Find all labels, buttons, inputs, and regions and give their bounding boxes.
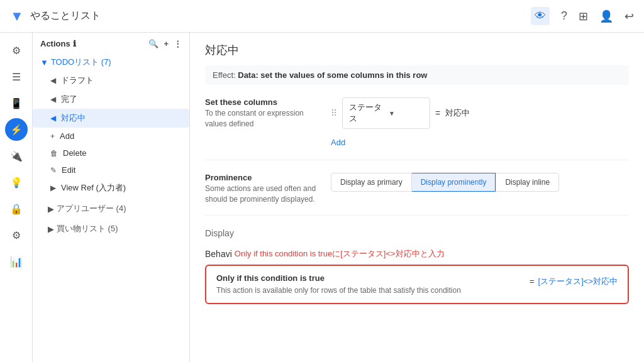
viewref-nav-icon: ▶: [50, 184, 56, 192]
nav-item-done[interactable]: ◀ 完了: [33, 90, 189, 109]
actions-title: Actions: [40, 39, 70, 48]
header-left: ▼ やることリスト: [10, 8, 101, 25]
active-icon: ◀: [50, 114, 56, 123]
undo-icon[interactable]: ↩: [625, 9, 634, 23]
active-label: 対応中: [61, 112, 86, 124]
actions-header-right: 🔍 + ⋮: [148, 39, 182, 48]
nav-item-add[interactable]: + Add: [33, 128, 189, 145]
set-columns-section: Set these columns To the constant or exp…: [205, 97, 629, 160]
behavior-section: BehaviOnly if this condition is trueに[ステ…: [205, 248, 629, 305]
nav-item-draft[interactable]: ◀ ドラフト: [33, 71, 189, 90]
behavior-label: BehaviOnly if this condition is trueに[ステ…: [205, 248, 629, 260]
sidebar-icon-share[interactable]: ⚙: [5, 39, 28, 62]
eq-sign: =: [435, 108, 440, 118]
set-columns-label: Set these columns To the constant or exp…: [205, 97, 318, 129]
chevron-down-icon: ▼: [40, 58, 48, 67]
chevron-right-icon: ▶: [48, 204, 54, 214]
sidebar-icon-mobile[interactable]: 📱: [5, 92, 28, 114]
sidebar-icon-plugin[interactable]: 🔌: [5, 145, 28, 167]
actions-header: Actions ℹ 🔍 + ⋮: [33, 33, 189, 52]
add-nav-icon: +: [50, 132, 55, 141]
app-title: やることリスト: [30, 9, 101, 23]
add-column-button[interactable]: Add: [331, 135, 345, 150]
nav-item-viewref[interactable]: ▶ View Ref (入力者): [33, 178, 189, 197]
prominence-content: Display as primary Display prominently D…: [331, 173, 629, 192]
nav-group-appuser: ▶ アプリユーザー (4): [33, 199, 189, 219]
actions-header-left: Actions ℹ: [40, 39, 76, 48]
column-select-label: ステータス: [349, 102, 384, 124]
prominence-btn-inline[interactable]: Display inline: [496, 173, 559, 192]
column-value: 対応中: [445, 107, 470, 119]
actions-menu-icon[interactable]: ⋮: [174, 39, 182, 48]
drag-handle-icon[interactable]: ⠿: [331, 108, 337, 118]
condition-title: Only if this condition is true: [216, 273, 519, 283]
draft-label: ドラフト: [61, 75, 94, 86]
set-columns-title: Set these columns: [205, 97, 318, 107]
header-right: 👁 ? ⊞ 👤 ↩: [531, 7, 634, 25]
prominence-buttons: Display as primary Display prominently D…: [331, 173, 629, 192]
condition-desc: This action is available only for rows o…: [216, 285, 519, 296]
edit-nav-icon: ✎: [50, 166, 57, 175]
main-layout: ⚙ ☰ 📱 ⚡ 🔌 💡 🔒 ⚙ 📊 Actions ℹ 🔍 + ⋮ ▼ TODO…: [0, 33, 644, 362]
nav-group-shopping: ▶ 買い物リスト (5): [33, 219, 189, 239]
column-select-dropdown[interactable]: ステータス ▼: [342, 97, 430, 129]
condition-left: Only if this condition is true This acti…: [216, 273, 519, 296]
preview-icon[interactable]: 👁: [531, 7, 550, 25]
help-icon[interactable]: ?: [561, 9, 567, 23]
set-columns-desc: To the constant or expression values def…: [205, 108, 318, 129]
todo-group-label: TODOリスト (7): [51, 57, 111, 68]
shopping-group-label: 買い物リスト (5): [57, 223, 118, 234]
draft-icon: ◀: [50, 76, 56, 85]
nav-item-delete[interactable]: 🗑 Delete: [33, 145, 189, 162]
appuser-group-label: アプリユーザー (4): [57, 203, 126, 214]
edit-nav-label: Edit: [62, 165, 75, 175]
actions-info-icon: ℹ: [73, 39, 76, 48]
actions-panel: Actions ℹ 🔍 + ⋮ ▼ TODOリスト (7) ◀ ドラフト ◀ 完…: [33, 33, 190, 362]
prominence-title: Prominence: [205, 173, 318, 182]
adduser-icon[interactable]: 👤: [599, 9, 613, 23]
add-nav-label: Add: [60, 131, 74, 141]
prominence-desc: Some actions are used often and should b…: [205, 184, 318, 205]
nav-item-edit[interactable]: ✎ Edit: [33, 162, 189, 178]
actions-search-icon[interactable]: 🔍: [148, 39, 158, 48]
delete-nav-label: Delete: [63, 148, 87, 158]
prominence-btn-primary[interactable]: Display as primary: [331, 173, 412, 192]
sidebar-icons: ⚙ ☰ 📱 ⚡ 🔌 💡 🔒 ⚙ 📊: [0, 33, 33, 362]
delete-nav-icon: 🗑: [50, 149, 58, 158]
grid-icon[interactable]: ⊞: [579, 9, 588, 23]
prominence-btn-prominent[interactable]: Display prominently: [412, 173, 496, 192]
done-icon: ◀: [50, 95, 56, 104]
logo-icon: ▼: [10, 8, 24, 25]
viewref-nav-label: View Ref (入力者): [61, 182, 126, 194]
condition-box[interactable]: Only if this condition is true This acti…: [205, 265, 629, 305]
main-content: 対応中 Effect: Data: set the values of some…: [190, 33, 644, 362]
sidebar-icon-security[interactable]: 🔒: [5, 197, 28, 220]
chevron-down-icon: ▼: [389, 110, 423, 117]
nav-group-todo: ▼ TODOリスト (7) ◀ ドラフト ◀ 完了 ◀ 対応中 + Add 🗑 …: [33, 52, 189, 199]
prominence-section: Prominence Some actions are used often a…: [205, 173, 629, 216]
sidebar-icon-data[interactable]: 📊: [5, 250, 28, 273]
top-header: ▼ やることリスト 👁 ? ⊞ 👤 ↩: [0, 0, 644, 33]
behavior-tooltip: Only if this condition is trueに[ステータス]<>…: [235, 248, 445, 260]
behavior-text: Behavi: [205, 249, 232, 259]
sidebar-icon-table[interactable]: ☰: [5, 65, 28, 88]
actions-add-icon[interactable]: +: [164, 39, 169, 48]
nav-group-todo-title[interactable]: ▼ TODOリスト (7): [33, 53, 189, 71]
condition-right: = [ステータス]<>対応中: [530, 273, 618, 287]
effect-value: Data: set the values of some columns in …: [238, 70, 427, 80]
nav-group-shopping-title[interactable]: ▶ 買い物リスト (5): [33, 220, 189, 238]
page-title: 対応中: [205, 43, 629, 58]
sidebar-icon-settings[interactable]: ⚙: [5, 224, 28, 246]
prominence-label: Prominence Some actions are used often a…: [205, 173, 318, 205]
effect-label: Effect:: [213, 70, 236, 80]
nav-item-active[interactable]: ◀ 対応中: [33, 109, 189, 128]
sidebar-icon-bulb[interactable]: 💡: [5, 171, 28, 194]
condition-value: [ステータス]<>対応中: [538, 276, 618, 287]
chevron-right-icon2: ▶: [48, 224, 54, 234]
nav-group-appuser-title[interactable]: ▶ アプリユーザー (4): [33, 200, 189, 217]
done-label: 完了: [61, 94, 77, 105]
sidebar-icon-lightning[interactable]: ⚡: [5, 118, 28, 141]
condition-eq-sign: =: [530, 277, 535, 286]
columns-row: ⠿ ステータス ▼ = 対応中: [331, 97, 629, 129]
set-columns-content: ⠿ ステータス ▼ = 対応中 Add: [331, 97, 629, 150]
